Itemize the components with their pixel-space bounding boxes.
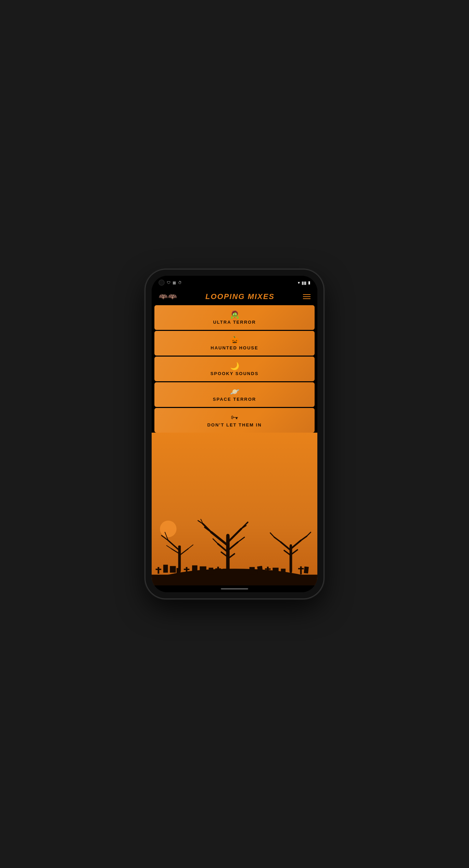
svg-line-7	[167, 546, 172, 549]
svg-line-29	[270, 533, 275, 537]
ultra-terror-icon: 🧟	[230, 311, 239, 319]
svg-line-28	[274, 537, 281, 543]
svg-rect-56	[300, 567, 302, 574]
time-icon: ⏱	[178, 281, 182, 285]
hamburger-menu-button[interactable]	[303, 294, 310, 299]
svg-rect-50	[250, 567, 255, 574]
space-terror-icon: 🪐	[230, 388, 239, 396]
svg-line-22	[238, 537, 244, 543]
spooky-sounds-label: SPOOKY SOUNDS	[211, 371, 259, 376]
svg-rect-59	[304, 567, 309, 574]
phone-frame: 🛡 ▦ ⏱ 🦇🦇 LOOPING MIXES	[145, 270, 324, 598]
svg-rect-55	[281, 569, 286, 575]
svg-line-32	[307, 532, 311, 536]
spooky-sounds-button[interactable]: 🌙 SPOOKY SOUNDS	[154, 357, 315, 381]
camera-hole	[159, 280, 165, 286]
space-terror-button[interactable]: 🪐 SPACE TERROR	[154, 382, 315, 407]
status-bar: 🛡 ▦ ⏱	[152, 276, 317, 288]
ultra-terror-label: ULTRA TERROR	[213, 320, 256, 325]
svg-rect-40	[177, 568, 181, 574]
signal-icon	[302, 280, 307, 285]
svg-rect-38	[163, 565, 168, 573]
svg-rect-25	[226, 536, 230, 572]
app-header: 🦇🦇 LOOPING MIXES	[152, 288, 317, 305]
svg-rect-45	[208, 568, 213, 574]
svg-rect-39	[170, 566, 176, 573]
svg-point-0	[160, 521, 176, 537]
svg-rect-53	[265, 569, 270, 570]
svg-line-20	[213, 539, 218, 544]
svg-rect-42	[184, 569, 189, 570]
haunted-house-button[interactable]: 🎃 HAUNTED HOUSE	[154, 331, 315, 356]
bats-icon: 🦇🦇	[159, 292, 177, 301]
svg-rect-44	[200, 567, 206, 575]
wifi-icon	[297, 280, 301, 285]
haunted-house-label: HAUNTED HOUSE	[211, 345, 258, 350]
shield-icon: 🛡	[167, 281, 170, 285]
svg-rect-35	[290, 546, 292, 572]
svg-line-16	[228, 529, 241, 542]
svg-rect-46	[217, 567, 219, 575]
phone-screen: 🛡 ▦ ⏱ 🦇🦇 LOOPING MIXES	[152, 276, 317, 592]
svg-rect-36	[157, 567, 159, 574]
svg-rect-37	[156, 569, 161, 570]
sim-icon: ▦	[173, 281, 176, 285]
app-title: LOOPING MIXES	[205, 292, 275, 301]
home-indicator	[152, 585, 317, 592]
svg-line-11	[211, 532, 228, 546]
status-left: 🛡 ▦ ⏱	[159, 280, 182, 286]
ultra-terror-button[interactable]: 🧟 ULTRA TERROR	[154, 305, 315, 330]
svg-line-9	[188, 545, 193, 549]
svg-line-27	[281, 542, 291, 550]
svg-rect-47	[215, 569, 221, 570]
svg-rect-52	[267, 567, 269, 575]
battery-icon	[308, 280, 310, 285]
svg-rect-49	[234, 570, 239, 575]
cemetery-scene	[152, 433, 317, 585]
svg-line-31	[301, 536, 307, 541]
dont-let-them-in-label: DON'T LET THEM IN	[207, 422, 262, 427]
svg-rect-48	[223, 569, 227, 575]
svg-rect-58	[257, 566, 263, 574]
dont-let-them-in-button[interactable]: 🗝 DON'T LET THEM IN	[154, 408, 315, 433]
cemetery-silhouette	[152, 519, 317, 585]
svg-rect-41	[186, 567, 188, 574]
dont-let-them-in-icon: 🗝	[231, 414, 238, 421]
svg-rect-54	[272, 568, 278, 575]
spooky-sounds-icon: 🌙	[230, 362, 239, 370]
svg-line-3	[168, 541, 179, 550]
mix-list: 🧟 ULTRA TERROR 🎃 HAUNTED HOUSE 🌙 SPOOKY …	[152, 305, 317, 433]
status-right	[297, 280, 310, 285]
app-content: 🦇🦇 LOOPING MIXES 🧟 ULTRA TERROR 🎃 HAUNTE…	[152, 288, 317, 585]
haunted-house-icon: 🎃	[230, 337, 239, 344]
svg-rect-60	[152, 575, 317, 585]
svg-rect-57	[298, 568, 304, 570]
space-terror-label: SPACE TERROR	[213, 397, 256, 402]
svg-rect-43	[192, 566, 197, 573]
home-bar	[221, 588, 248, 590]
svg-line-30	[291, 541, 301, 549]
